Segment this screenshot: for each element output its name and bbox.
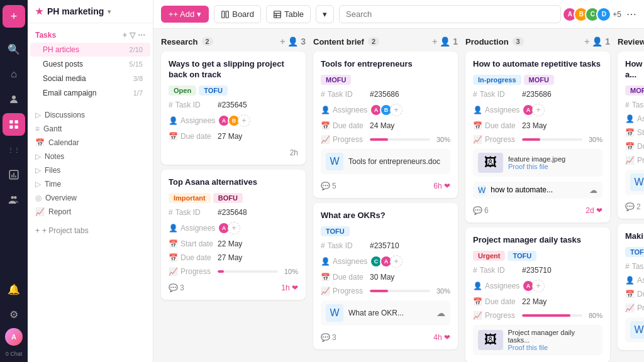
board-view-button[interactable]: Board (214, 5, 261, 23)
card-8-progress-row: 📈 Progress (625, 304, 644, 312)
sidebar-item-time[interactable]: ▷ Time (28, 177, 153, 191)
add-task-icon[interactable]: + (123, 31, 127, 40)
sidebar-item-calendar[interactable]: 📅 Calendar (28, 136, 153, 150)
proof-link-1[interactable]: Proof this file (508, 163, 565, 170)
add-button[interactable]: + + Add ▾ (161, 6, 209, 23)
calendar-icon: 📅 (169, 253, 178, 262)
add-assignee-button[interactable]: + (532, 104, 545, 116)
filter-icon[interactable]: ▽ (130, 31, 135, 40)
svg-rect-3 (9, 126, 13, 129)
production-actions: + 👤 1 (584, 36, 610, 47)
doc-name: how to automate... (491, 185, 553, 194)
sidebar-item-notes[interactable]: ▷ Notes (28, 150, 153, 163)
nav-add-icon[interactable]: + (3, 5, 25, 28)
card-3-chat: 💬 5 (321, 182, 336, 190)
svg-rect-13 (274, 11, 281, 18)
progress-icon: 📈 (473, 135, 482, 144)
tag-tofu: TOFU (199, 85, 228, 96)
card-8-attachment: W Making... (625, 317, 644, 343)
content-brief-actions: + 👤 1 (432, 36, 458, 47)
taskid-label: # Task ID (625, 262, 644, 271)
tag-tofu: TOFU (508, 251, 536, 261)
nav-reports-icon[interactable] (3, 163, 25, 186)
duedate-label: 📅 Due date (625, 142, 644, 151)
add-project-tabs[interactable]: + + Project tabs (28, 221, 153, 240)
duedate-label: 📅 Due date (473, 121, 518, 130)
view-more-button[interactable]: ▾ (316, 5, 334, 23)
sidebar-item-social-media[interactable]: Social media 3/8 (30, 72, 150, 85)
column-production: Production 3 + 👤 1 How to automate repet… (465, 36, 610, 354)
topbar-avatars: A B C D +5 (566, 7, 621, 22)
card-7-duedate-row: 📅 Due date (625, 142, 644, 151)
calendar-icon: 📅 (35, 138, 45, 147)
proof-link-2[interactable]: Proof this file (508, 344, 598, 351)
sidebar-item-email-campaign[interactable]: Email campaign 1/7 (30, 86, 150, 100)
card-5-tags: In-progress MOFU (473, 75, 602, 85)
sidebar-header[interactable]: ★ PH marketing ▾ (28, 0, 153, 23)
chat-bubble-icon: 💬 (321, 182, 330, 190)
progress-label: 📈 Progress (625, 304, 644, 312)
sidebar-item-files[interactable]: ▷ Files (28, 163, 153, 177)
search-input[interactable] (339, 5, 561, 23)
duedate-label: 📅 Due date (321, 273, 366, 282)
discussions-label: Discussions (45, 111, 85, 119)
add-assignee-button[interactable]: + (238, 114, 250, 127)
sidebar-item-report[interactable]: 📈 Report (28, 205, 153, 219)
nav-people-icon[interactable] (3, 189, 25, 211)
card-2-duedate: 27 May (218, 253, 242, 262)
calendar-icon: 📅 (625, 290, 635, 299)
table-view-button[interactable]: Table (266, 5, 311, 23)
nav-home-icon[interactable]: ⌂ (3, 63, 25, 85)
pm-image-name: Project manager daily tasks... (508, 329, 598, 344)
add-assignee-button[interactable]: + (390, 255, 402, 268)
discussions-icon: ▷ (35, 111, 41, 119)
card-6-taskid-row: # Task ID #235710 (473, 266, 602, 275)
nav-avatar[interactable]: A (5, 328, 23, 346)
image-name: feature image.jpeg (508, 155, 565, 163)
card-4-progress-fill (370, 290, 388, 292)
card-5-progress-row: 📈 Progress 30% (473, 135, 602, 144)
card-5-taskid-row: # Task ID #235686 (473, 90, 602, 99)
add-assignee-button[interactable]: + (228, 222, 240, 234)
card-7-footer: 💬 2 (625, 202, 644, 211)
nav-notification-icon[interactable]: 🔔 (3, 278, 25, 300)
sidebar-item-guest-posts[interactable]: Guest posts 5/15 (30, 57, 150, 71)
tag-mofu: MOFU (625, 85, 644, 96)
time-icon: ▷ (35, 180, 41, 189)
image-thumb-2: 🖼 (478, 330, 503, 350)
sidebar-item-discussions[interactable]: ▷ Discussions (28, 108, 153, 122)
assignees-label: 👤 Assignees (169, 116, 214, 125)
nav-projects-icon[interactable] (3, 113, 25, 136)
card-2-progress-value: 10% (284, 268, 298, 275)
sidebar-item-ph-articles[interactable]: PH articles 2/10 (30, 43, 150, 57)
research-add-icon[interactable]: + (280, 36, 285, 47)
add-assignee-button[interactable]: + (532, 280, 545, 292)
report-icon: 📈 (35, 207, 45, 216)
column-review-header: Review 2 + (618, 36, 644, 47)
assignees-label: 👤 Assignees (321, 257, 366, 266)
card-5-progress-bar (522, 138, 582, 141)
more-icon[interactable]: ⋯ (138, 31, 145, 40)
sidebar-item-gantt[interactable]: ≡ Gantt (28, 122, 153, 136)
sidebar-item-overview[interactable]: ◎ Overview (28, 191, 153, 205)
card-2-time: 1h ❤ (281, 283, 298, 292)
taskid-label: # Task ID (169, 101, 214, 109)
card-6-progress-value: 80% (589, 312, 602, 319)
nav-settings-icon[interactable]: ⚙ (3, 303, 25, 326)
person-icon: 👤 (473, 282, 482, 290)
nav-search-icon[interactable]: 🔍 (3, 38, 25, 60)
card-3-tags: MOFU (321, 75, 450, 85)
card-2-startdate-row: 📅 Start date 22 May (169, 239, 298, 248)
card-3-assignees-row: 👤 Assignees A B + (321, 104, 450, 116)
nav-me-icon[interactable] (3, 88, 25, 111)
topbar-more-button[interactable]: ⋯ (626, 8, 636, 20)
word-icon: W (326, 304, 343, 322)
tasks-section-header[interactable]: Tasks + ▽ ⋯ (28, 28, 153, 42)
nav-everything-icon[interactable]: ⋮⋮ (3, 138, 25, 161)
add-assignee-button[interactable]: + (390, 104, 402, 116)
card-3-progress-fill (370, 138, 388, 141)
card-5-footer: 💬 6 2d ❤ (473, 206, 602, 215)
card-4-progress-value: 30% (436, 287, 450, 295)
production-add-icon[interactable]: + (584, 36, 589, 47)
content-brief-add-icon[interactable]: + (432, 36, 437, 47)
